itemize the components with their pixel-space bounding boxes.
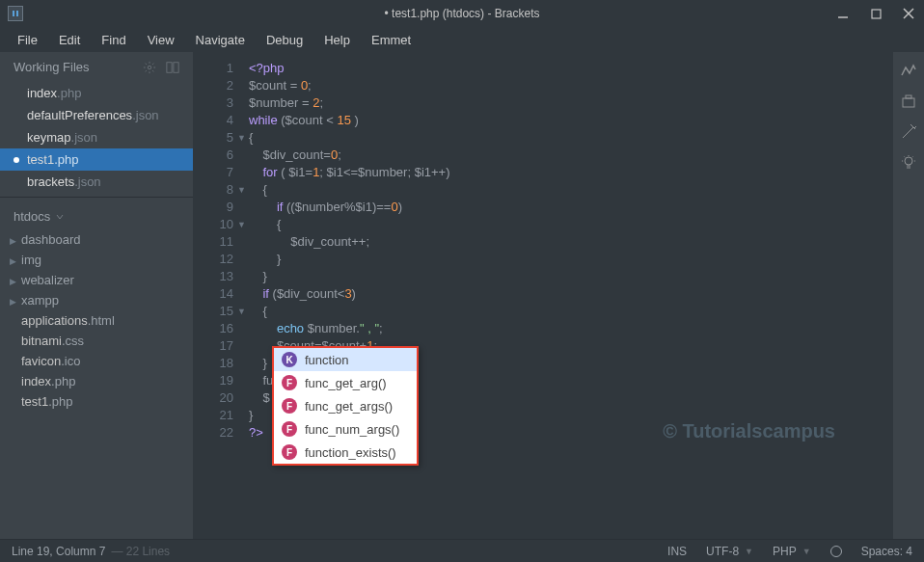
svg-point-6 <box>148 66 151 69</box>
split-icon[interactable] <box>166 61 179 74</box>
watermark: © Tutorialscampus <box>663 420 835 442</box>
working-file[interactable]: brackets.json <box>0 171 193 193</box>
svg-point-11 <box>905 157 912 165</box>
status-lint-icon[interactable] <box>830 546 842 557</box>
svg-rect-0 <box>13 11 14 16</box>
working-file-active[interactable]: test1.php <box>0 148 193 171</box>
tree-file[interactable]: applications.html <box>0 310 193 331</box>
line-gutter: 1234 5▼ 67 8▼ 9 10▼ 11121314 15▼ 1617181… <box>193 52 241 539</box>
status-insert-mode[interactable]: INS <box>667 545 687 558</box>
function-badge-icon: F <box>282 375 297 390</box>
tree-file[interactable]: index.php <box>0 371 193 391</box>
minimize-button[interactable] <box>835 6 851 21</box>
status-language[interactable]: PHP▼ <box>773 545 811 558</box>
autocomplete-item[interactable]: Kfunction <box>274 348 417 371</box>
chevron-right-icon: ▶ <box>10 256 16 266</box>
menubar: File Edit Find View Navigate Debug Help … <box>0 27 924 52</box>
project-label: htdocs <box>14 209 50 224</box>
svg-rect-10 <box>906 95 911 98</box>
live-preview-icon[interactable] <box>900 62 917 79</box>
status-encoding[interactable]: UTF-8▼ <box>706 545 753 558</box>
status-spaces[interactable]: Spaces: 4 <box>861 545 912 558</box>
tree-folder[interactable]: ▶dashboard <box>0 229 193 250</box>
gear-icon[interactable] <box>143 61 156 74</box>
modified-dot-icon <box>14 157 19 163</box>
status-cursor[interactable]: Line 19, Column 7 <box>12 545 105 558</box>
status-lines: — 22 Lines <box>111 545 170 558</box>
svg-rect-9 <box>903 98 914 107</box>
bulb-icon[interactable] <box>900 154 917 172</box>
code-content[interactable]: <?php $count = 0; $number = 2; while ($c… <box>241 52 893 539</box>
function-badge-icon: F <box>282 444 297 460</box>
svg-rect-8 <box>174 62 178 72</box>
window-title: • test1.php (htdocs) - Brackets <box>385 7 540 20</box>
chevron-down-icon: ▼ <box>745 547 753 556</box>
menu-edit[interactable]: Edit <box>49 29 90 51</box>
svg-rect-1 <box>16 11 18 16</box>
tree-folder[interactable]: ▶webalizer <box>0 270 193 290</box>
working-file[interactable]: keymap.json <box>0 126 193 148</box>
svg-rect-3 <box>872 10 881 18</box>
chevron-down-icon: ▼ <box>802 547 811 556</box>
working-files-label: Working Files <box>14 60 90 74</box>
app-icon <box>8 6 23 21</box>
autocomplete-popup: Kfunction Ffunc_get_arg() Ffunc_get_args… <box>272 346 419 466</box>
menu-navigate[interactable]: Navigate <box>186 29 255 51</box>
close-button[interactable] <box>901 6 916 21</box>
tree-folder[interactable]: ▶xampp <box>0 290 193 310</box>
autocomplete-item[interactable]: Ffunc_get_arg() <box>274 371 417 394</box>
file-tree: ▶dashboard ▶img ▶webalizer ▶xampp applic… <box>0 229 193 412</box>
menu-view[interactable]: View <box>138 29 184 51</box>
extensions-icon[interactable] <box>900 93 917 110</box>
menu-find[interactable]: Find <box>92 29 135 51</box>
menu-emmet[interactable]: Emmet <box>362 29 421 51</box>
sidebar: Working Files index.php defaultPreferenc… <box>0 52 193 539</box>
menu-help[interactable]: Help <box>314 29 360 51</box>
tree-folder[interactable]: ▶img <box>0 250 193 270</box>
project-header[interactable]: htdocs <box>0 201 193 229</box>
working-files-header: Working Files <box>0 52 193 82</box>
menu-debug[interactable]: Debug <box>257 29 313 51</box>
working-file[interactable]: defaultPreferences.json <box>0 104 193 126</box>
tree-file[interactable]: test1.php <box>0 391 193 412</box>
tree-file[interactable]: bitnami.css <box>0 331 193 351</box>
chevron-right-icon: ▶ <box>10 277 16 286</box>
menu-file[interactable]: File <box>8 29 47 51</box>
autocomplete-item[interactable]: Ffunc_num_args() <box>274 417 417 441</box>
autocomplete-item[interactable]: Ffunction_exists() <box>274 441 417 464</box>
editor[interactable]: 1234 5▼ 67 8▼ 9 10▼ 11121314 15▼ 1617181… <box>193 52 893 539</box>
chevron-right-icon: ▶ <box>10 297 16 307</box>
circle-icon <box>830 546 842 557</box>
right-toolbar <box>893 52 924 539</box>
function-badge-icon: F <box>282 421 297 437</box>
working-files-list: index.php defaultPreferences.json keymap… <box>0 82 193 193</box>
chevron-down-icon <box>56 213 64 221</box>
maximize-button[interactable] <box>868 6 883 21</box>
svg-rect-7 <box>167 62 172 72</box>
function-badge-icon: F <box>282 398 297 414</box>
statusbar: Line 19, Column 7 — 22 Lines INS UTF-8▼ … <box>0 539 924 562</box>
autocomplete-item[interactable]: Ffunc_get_args() <box>274 394 417 417</box>
keyword-badge-icon: K <box>282 352 297 367</box>
tree-file[interactable]: favicon.ico <box>0 351 193 371</box>
chevron-right-icon: ▶ <box>10 236 16 246</box>
wand-icon[interactable] <box>900 123 917 141</box>
working-file[interactable]: index.php <box>0 82 193 104</box>
titlebar: • test1.php (htdocs) - Brackets <box>0 0 924 27</box>
